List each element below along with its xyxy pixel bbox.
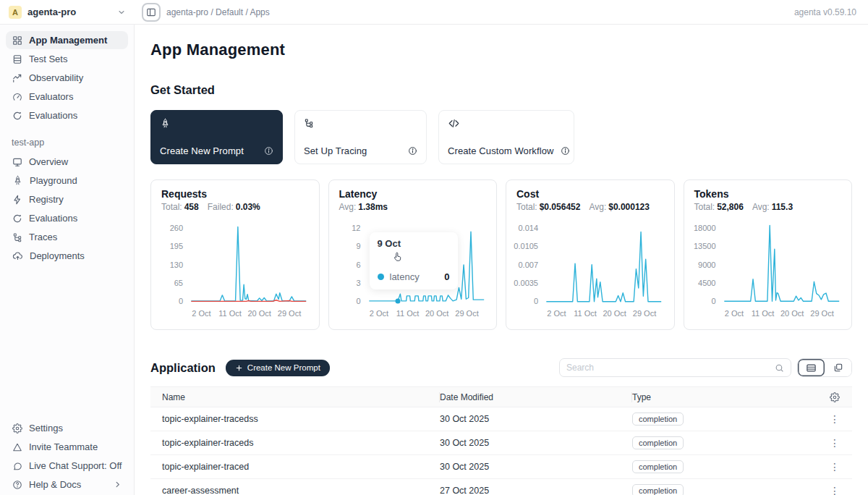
x-tick-label: 2 Oct (547, 309, 566, 318)
table-body: topic-explainer-tracedss30 Oct 2025compl… (150, 407, 852, 495)
table-settings-button[interactable] (817, 392, 852, 402)
sidebar-item-playground[interactable]: Playground (6, 172, 128, 190)
stats-cards: RequestsTotal:458Failed:0.03%26019513065… (150, 179, 852, 330)
row-date-modified: 30 Oct 2025 (440, 462, 632, 472)
table-row[interactable]: career-assessment27 Oct 2025completion⋮ (150, 479, 852, 495)
sidebar-section-label: test-app (12, 138, 122, 148)
sidebar-item-label: Test Sets (29, 54, 122, 64)
y-tick-label: 195 (170, 242, 183, 250)
sidebar-item-app-management[interactable]: App Management (6, 31, 128, 49)
row-menu-button[interactable]: ⋮ (830, 461, 840, 473)
sidebar-toggle-button[interactable] (142, 3, 161, 22)
version-label: agenta v0.59.10 (794, 7, 868, 17)
sidebar-item-label: Traces (29, 232, 122, 242)
triangle-icon (12, 442, 22, 452)
row-date-modified: 27 Oct 2025 (440, 486, 632, 495)
search-input[interactable] (566, 363, 775, 373)
sidebar-item-label: Evaluators (29, 91, 122, 102)
stat-pair: Failed:0.03% (208, 202, 260, 212)
sidebar-item-help-docs[interactable]: Help & Docs (6, 475, 128, 494)
card-label: Create Custom Workflow (448, 145, 553, 156)
table-row[interactable]: topic-explainer-traced30 Oct 2025complet… (150, 455, 852, 479)
line-chart[interactable] (189, 222, 309, 303)
rocket-icon (12, 175, 23, 186)
info-icon (264, 146, 273, 156)
sidebar-item-invite-teammate[interactable]: Invite Teammate (6, 438, 128, 456)
y-tick-label: 65 (174, 279, 183, 287)
row-menu-button[interactable]: ⋮ (830, 413, 840, 425)
y-tick-label: 0 (711, 297, 715, 305)
sidebar-item-settings[interactable]: Settings (6, 419, 128, 437)
sidebar-item-deployments[interactable]: Deployments (6, 247, 128, 265)
application-title: Application (150, 361, 216, 375)
card-view-button[interactable] (825, 359, 851, 376)
sidebar-item-traces[interactable]: Traces (6, 228, 128, 246)
cost-card: CostTotal:$0.056452Avg:$0.0001230.0140.0… (506, 179, 675, 330)
search-icon (775, 363, 784, 373)
type-badge: completion (632, 484, 684, 495)
card-label: Set Up Tracing (304, 145, 401, 156)
sidebar-item-evaluations[interactable]: Evaluations (6, 106, 128, 124)
tree-icon (304, 118, 417, 128)
tokens-card: TokensTotal:52,806Avg:115.31800013500900… (684, 179, 853, 330)
sidebar-item-registry[interactable]: Registry (6, 190, 128, 208)
create-new-prompt-button[interactable]: Create New Prompt (226, 360, 330, 376)
hover-point-marker (395, 298, 400, 303)
table-view-button[interactable] (798, 359, 825, 376)
sidebar-item-overview[interactable]: Overview (6, 153, 128, 171)
search-box (559, 358, 791, 377)
card-label: Create New Prompt (160, 145, 257, 156)
workspace-selector[interactable]: A agenta-pro (0, 0, 135, 24)
y-axis: 1800013500900045000 (694, 222, 722, 303)
row-menu-button[interactable]: ⋮ (830, 437, 840, 449)
stat-card-summary: Total:458Failed:0.03% (161, 202, 309, 212)
breadcrumb[interactable]: agenta-pro / Default / Apps (166, 7, 270, 17)
topbar: A agenta-pro agenta-pro / Default / Apps… (0, 0, 868, 25)
chart: 18000135009000450002 Oct11 Oct20 Oct29 O… (694, 222, 842, 321)
stat-pair: Avg:115.3 (752, 202, 793, 212)
sidebar-item-evaluators[interactable]: Evaluators (6, 88, 128, 106)
row-date-modified: 30 Oct 2025 (440, 414, 632, 424)
x-axis: 2 Oct11 Oct20 Oct29 Oct (367, 308, 487, 321)
application-header: Application Create New Prompt (150, 358, 852, 377)
tooltip-series-label: latency (390, 271, 439, 282)
create-new-prompt-card[interactable]: Create New Prompt (150, 110, 283, 164)
stat-card-summary: Avg:1.38ms (339, 202, 487, 212)
y-axis: 129630 (339, 222, 367, 303)
line-chart[interactable] (544, 222, 664, 303)
column-header-type: Type (632, 392, 817, 402)
y-tick-label: 0 (179, 297, 183, 305)
table-row[interactable]: topic-explainer-traceds30 Oct 2025comple… (150, 431, 852, 455)
line-chart[interactable] (722, 222, 842, 303)
rows-icon (12, 54, 22, 64)
sidebar-item-observability[interactable]: Observability (6, 69, 128, 87)
sidebar-item-evaluations[interactable]: Evaluations (6, 209, 128, 227)
y-tick-label: 0.0105 (514, 242, 538, 250)
type-badge: completion (632, 460, 684, 473)
y-tick-label: 9000 (698, 261, 715, 269)
series-dot (378, 274, 384, 280)
cloud-icon (12, 250, 23, 261)
sidebar-item-label: Help & Docs (29, 479, 107, 490)
main-content: App Management Get Started Create New Pr… (135, 25, 868, 495)
sidebar-main-nav: App ManagementTest SetsObservabilityEval… (0, 30, 134, 125)
view-toggle (797, 358, 852, 377)
stat-pair: Total:52,806 (694, 202, 744, 212)
table-row[interactable]: topic-explainer-tracedss30 Oct 2025compl… (150, 407, 852, 431)
workspace-name: agenta-pro (27, 7, 111, 17)
chart: 2601951306502 Oct11 Oct20 Oct29 Oct (161, 222, 309, 321)
set-up-tracing-card[interactable]: Set Up Tracing (294, 110, 427, 164)
create-custom-workflow-card[interactable]: Create Custom Workflow (438, 110, 574, 164)
y-tick-label: 12 (352, 224, 360, 232)
y-tick-label: 0 (356, 297, 360, 305)
sidebar-item-live-chat-support-off[interactable]: Live Chat Support: Off (6, 457, 128, 475)
info-icon (561, 146, 570, 156)
table-header: NameDate ModifiedType (150, 386, 852, 407)
row-menu-button[interactable]: ⋮ (830, 485, 840, 495)
requests-card: RequestsTotal:458Failed:0.03%26019513065… (150, 179, 320, 330)
sidebar-item-label: App Management (29, 35, 122, 46)
row-type: completion (632, 484, 817, 495)
plot-area: 2 Oct11 Oct20 Oct29 Oct (189, 222, 309, 321)
sidebar-item-label: Deployments (30, 250, 122, 261)
sidebar-item-test-sets[interactable]: Test Sets (6, 50, 128, 68)
